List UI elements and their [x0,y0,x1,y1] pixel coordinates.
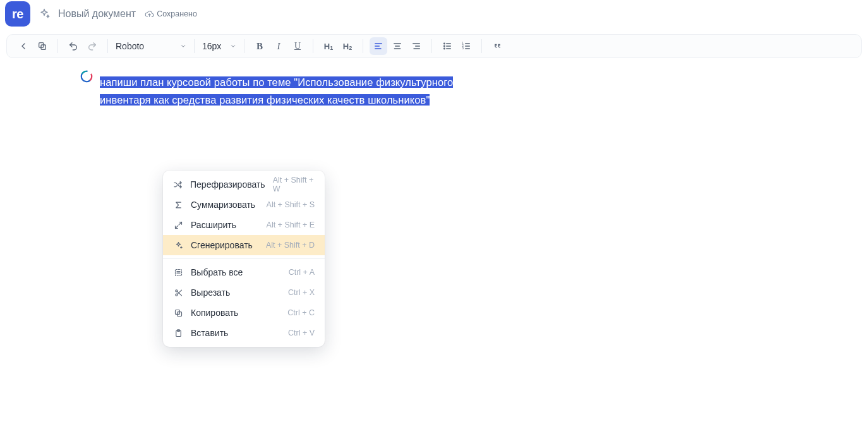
undo-button[interactable] [64,37,82,55]
menu-item-label: Вырезать [191,287,280,298]
chevron-down-icon [180,43,186,49]
menu-item-expand[interactable]: РасширитьAlt + Shift + E [163,215,325,235]
paste-icon [173,328,183,338]
menu-item-shortcut: Ctrl + A [289,268,315,277]
svg-line-26 [179,222,181,224]
menu-item-sigma[interactable]: СуммаризоватьAlt + Shift + S [163,195,325,215]
redo-button[interactable] [83,37,101,55]
selected-text[interactable]: напиши план курсовой работы по теме "Исп… [100,76,453,106]
shuffle-icon [173,179,183,190]
menu-item-copy[interactable]: КопироватьCtrl + C [163,303,325,323]
cloud-upload-icon [145,9,154,19]
menu-item-cut[interactable]: ВырезатьCtrl + X [163,282,325,303]
align-right-button[interactable] [407,37,425,55]
svg-point-13 [444,45,445,47]
expand-icon [173,220,183,230]
menu-separator [163,258,325,259]
font-size-value: 16px [202,41,221,51]
bullet-list-button[interactable] [438,37,456,55]
heading2-button[interactable]: H2 [339,37,356,55]
font-family-value: Roboto [116,41,144,51]
sparkle-icon [38,8,51,20]
sparkle-icon [173,240,183,250]
back-button[interactable] [15,37,32,55]
menu-item-shortcut: Alt + Shift + E [267,221,315,229]
italic-button[interactable]: I [270,37,287,55]
format-toolbar: Roboto 16px B I U H1 H2 123 [6,34,862,58]
svg-text:3: 3 [462,47,464,50]
svg-line-27 [175,226,178,228]
svg-point-15 [444,48,445,49]
menu-item-label: Копировать [191,308,280,318]
document-canvas[interactable]: напиши план курсовой работы по теме "Исп… [0,58,868,109]
chevron-down-icon [230,43,236,49]
align-left-button[interactable] [370,37,387,55]
menu-item-sparkle[interactable]: СгенерироватьAlt + Shift + D [163,235,325,255]
saved-label: Сохранено [157,9,197,18]
menu-item-shortcut: Alt + Shift + S [267,200,315,209]
context-menu: ПерефразироватьAlt + Shift + WСуммаризов… [163,171,325,347]
menu-item-shortcut: Ctrl + C [287,308,315,317]
menu-item-label: Расширить [191,220,259,230]
selectall-icon [173,267,183,277]
app-logo[interactable]: re [5,1,30,27]
cut-icon [173,287,183,298]
menu-item-shuffle[interactable]: ПерефразироватьAlt + Shift + W [163,174,325,195]
app-logo-text: re [12,7,23,21]
header-bar: re Новый документ Сохранено [0,0,868,28]
menu-item-shortcut: Alt + Shift + D [266,241,315,250]
copy-doc-button[interactable] [33,37,51,55]
sigma-icon [173,200,183,210]
menu-item-selectall[interactable]: Выбрать всеCtrl + A [163,262,325,282]
font-family-select[interactable]: Roboto [111,37,191,55]
menu-item-shortcut: Ctrl + V [288,329,315,337]
menu-item-shortcut: Alt + Shift + W [273,176,315,193]
menu-item-label: Перефразировать [190,179,265,190]
menu-item-paste[interactable]: ВставитьCtrl + V [163,323,325,343]
menu-item-shortcut: Ctrl + X [288,288,315,297]
align-center-button[interactable] [389,37,406,55]
numbered-list-button[interactable]: 123 [457,37,475,55]
saved-indicator: Сохранено [145,9,197,19]
menu-item-label: Сгенерировать [191,240,258,250]
svg-rect-28 [175,269,181,275]
underline-button[interactable]: U [289,37,306,55]
copy-icon [173,308,183,318]
heading1-button[interactable]: H1 [320,37,337,55]
menu-item-label: Вставить [191,328,280,338]
menu-item-label: Суммаризовать [191,200,259,210]
bold-button[interactable]: B [251,37,268,55]
menu-item-label: Выбрать все [191,267,281,277]
quote-button[interactable] [488,37,506,55]
font-size-select[interactable]: 16px [197,37,241,55]
document-title[interactable]: Новый документ [58,8,136,20]
ai-ring-icon[interactable] [80,69,93,83]
svg-point-11 [444,43,445,44]
